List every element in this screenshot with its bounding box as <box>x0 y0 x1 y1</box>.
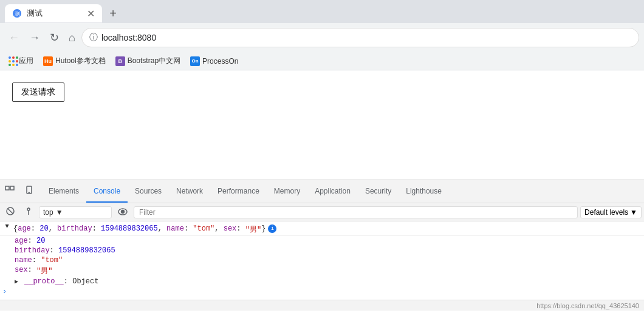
prop-sex: sex : "男" <box>12 265 644 277</box>
levels-label: Default levels <box>584 208 628 217</box>
context-dropdown-icon: ▼ <box>56 208 63 217</box>
svg-rect-2 <box>5 186 9 190</box>
new-tab-button[interactable]: + <box>104 5 122 22</box>
clear-console-button[interactable] <box>2 205 18 219</box>
console-object-line: ▶ { age : 20 , birthday : 1594889832065 … <box>0 224 644 236</box>
bookmark-hutool[interactable]: Hu Hutool参考文档 <box>39 55 109 67</box>
tab-title: 测试 <box>27 8 82 19</box>
bootstrap-label: Bootstrap中文网 <box>128 56 180 66</box>
context-selector[interactable]: top ▼ <box>39 206 112 218</box>
tab-lighthouse[interactable]: Lighthouse <box>399 180 449 203</box>
nav-bar: ← → ↻ ⌂ ⓘ localhost:8080 <box>0 23 644 52</box>
tab-elements[interactable]: Elements <box>41 180 86 203</box>
console-toolbar: top ▼ Default levels ▼ <box>0 203 644 221</box>
tab-bar: 测 测试 ✕ + <box>0 0 644 23</box>
expand-arrow[interactable]: ▶ <box>4 224 11 234</box>
bookmark-bootstrap[interactable]: B Bootstrap中文网 <box>112 55 184 67</box>
devtools-status-bar: https://blog.csdn.net/qq_43625140 <box>0 300 644 311</box>
tab-console[interactable]: Console <box>86 180 128 203</box>
tab-application[interactable]: Application <box>307 180 358 203</box>
home-button[interactable]: ⌂ <box>65 28 79 48</box>
devtools-panel: Elements Console Sources Network Perform… <box>0 180 644 311</box>
bookmarks-bar: 应用 Hu Hutool参考文档 B Bootstrap中文网 On Proce… <box>0 52 644 70</box>
page-content: 发送请求 <box>0 70 644 180</box>
tab-memory[interactable]: Memory <box>267 180 307 203</box>
address-bar[interactable]: ⓘ localhost:8080 <box>81 28 639 47</box>
devtools-toolbar: Elements Console Sources Network Perform… <box>0 180 644 203</box>
svg-line-7 <box>8 209 13 214</box>
filter-console-button[interactable] <box>21 205 36 219</box>
send-request-button[interactable]: 发送请求 <box>12 83 64 102</box>
tab-security[interactable]: Security <box>358 180 399 203</box>
log-levels-button[interactable]: Default levels ▼ <box>580 206 642 218</box>
console-prompt: › <box>0 286 644 297</box>
tab-sources[interactable]: Sources <box>128 180 169 203</box>
info-icon: i <box>268 224 276 233</box>
context-value: top <box>43 208 53 217</box>
forward-button[interactable]: → <box>26 28 44 48</box>
hutool-icon: Hu <box>43 56 53 66</box>
apps-bookmark[interactable]: 应用 <box>5 55 37 67</box>
tab-close-button[interactable]: ✕ <box>87 8 95 19</box>
svg-text:测: 测 <box>15 11 20 17</box>
svg-point-8 <box>27 208 30 211</box>
levels-dropdown-icon: ▼ <box>630 208 637 217</box>
bootstrap-icon: B <box>115 56 125 66</box>
processon-label: ProcessOn <box>202 57 238 66</box>
proto-line: ▶ __proto__ : Object <box>12 277 644 286</box>
apps-label: 应用 <box>19 56 33 66</box>
prop-name: name : "tom" <box>12 255 644 265</box>
tab-favicon: 测 <box>12 8 22 18</box>
bookmark-processon[interactable]: On ProcessOn <box>187 55 242 67</box>
refresh-button[interactable]: ↻ <box>46 27 63 48</box>
console-output: ▶ { age : 20 , birthday : 1594889832065 … <box>0 221 644 300</box>
hutool-label: Hutool参考文档 <box>55 56 106 66</box>
lock-icon: ⓘ <box>89 32 98 43</box>
active-tab[interactable]: 测 测试 ✕ <box>5 4 102 22</box>
back-button[interactable]: ← <box>5 28 23 48</box>
status-url: https://blog.csdn.net/qq_43625140 <box>536 302 639 309</box>
address-text: localhost:8080 <box>101 33 631 42</box>
svg-point-12 <box>122 210 125 213</box>
devtools-tabs: Elements Console Sources Network Perform… <box>39 180 644 203</box>
prompt-arrow: › <box>2 288 7 296</box>
object-expanded: age : 20 birthday : 1594889832065 name :… <box>0 236 644 286</box>
svg-rect-3 <box>10 186 14 190</box>
device-toolbar-button[interactable] <box>19 182 39 201</box>
tab-performance[interactable]: Performance <box>210 180 267 203</box>
apps-icon <box>9 56 17 66</box>
tab-network[interactable]: Network <box>169 180 210 203</box>
processon-icon: On <box>190 56 200 66</box>
prop-age: age : 20 <box>12 236 644 246</box>
eye-button[interactable] <box>114 206 131 219</box>
console-filter-input[interactable] <box>134 206 578 218</box>
proto-arrow[interactable]: ▶ <box>15 278 24 285</box>
inspect-element-button[interactable] <box>0 182 19 201</box>
prop-birthday: birthday : 1594889832065 <box>12 246 644 255</box>
